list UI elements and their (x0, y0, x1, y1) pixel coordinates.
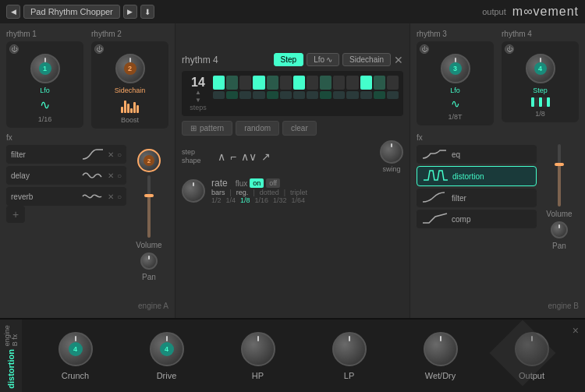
rhythm4-power[interactable]: ⏻ (505, 44, 514, 54)
slider-thumb-right (555, 163, 564, 166)
swing-knob[interactable] (380, 140, 403, 164)
step-1-1[interactable] (213, 76, 225, 90)
step-1-12[interactable] (360, 76, 372, 90)
r4-tabs: Step Lfo ∿ Sidechain ✕ (274, 53, 403, 66)
hp-indicator (257, 336, 259, 341)
step-1-10[interactable] (333, 76, 345, 90)
step-1-6[interactable] (280, 76, 292, 90)
steps-up[interactable]: ▲ (195, 90, 201, 96)
rate-1-32[interactable]: 1/32 (273, 196, 287, 204)
pattern-btn[interactable]: ⊞ pattern (182, 121, 232, 136)
fx-filter-power[interactable]: ○ (117, 150, 122, 159)
drive-knob[interactable]: 4 (150, 332, 184, 366)
fx-reverb-close[interactable]: ✕ (108, 192, 114, 201)
wetdry-knob[interactable] (424, 332, 458, 366)
vol-pan-section: 2 Volume Pan (129, 133, 168, 295)
step-1-13[interactable] (374, 76, 385, 90)
step-2-11[interactable] (346, 91, 358, 99)
fx-comp[interactable]: comp (417, 210, 537, 228)
rate-1-16[interactable]: 1/16 (255, 196, 269, 204)
step-1-2[interactable] (226, 76, 238, 90)
step-1-8[interactable] (307, 76, 318, 90)
step-1-7[interactable] (293, 76, 305, 90)
tab-sidechain[interactable]: Sidechain (342, 53, 391, 66)
step-2-1[interactable] (213, 91, 225, 99)
shape-ramp-down[interactable]: ↗ (261, 150, 271, 163)
step-1-11[interactable] (346, 76, 358, 90)
step-2-10[interactable] (333, 91, 345, 99)
pan-knob-right[interactable] (551, 221, 568, 238)
rate-dotted[interactable]: dotted (260, 189, 279, 196)
shape-ramp-up[interactable]: ∧ (218, 150, 225, 163)
fx-delay-power[interactable]: ○ (117, 171, 122, 180)
rhythm3-type: Lfo (450, 87, 460, 94)
rate-reg[interactable]: reg. (236, 189, 249, 196)
fx-add-btn[interactable]: + (6, 206, 25, 223)
random-btn[interactable]: random (236, 121, 279, 136)
save-btn[interactable]: ⬇ (140, 5, 154, 19)
rhythm3-power[interactable]: ⏻ (420, 44, 429, 54)
step-2-9[interactable] (320, 91, 332, 99)
steps-down[interactable]: ▼ (195, 97, 201, 104)
step-1-9[interactable] (320, 76, 332, 90)
fx-filter-right[interactable]: filter (417, 189, 537, 207)
rate-knob[interactable] (182, 179, 205, 203)
rate-1-8[interactable]: 1/8 (240, 196, 250, 204)
volume-slider-track-right[interactable] (558, 144, 561, 207)
bottom-close-btn[interactable]: × (573, 324, 579, 337)
rhythm1-power[interactable]: ⏻ (9, 44, 19, 54)
step-2-7[interactable] (293, 91, 305, 99)
lp-knob[interactable] (332, 332, 367, 366)
fx-item-reverb[interactable]: reverb ✕ ○ (6, 187, 126, 206)
flux-off-btn[interactable]: off (266, 178, 280, 188)
rate-1-64[interactable]: 1/64 (292, 196, 306, 204)
rate-row: rate flux on off bars | reg. | dotted (182, 178, 403, 204)
rhythm2-subtype: Boost (121, 116, 139, 124)
volume-slider-track-left[interactable] (147, 175, 151, 238)
step-2-8[interactable] (307, 91, 318, 99)
clear-btn[interactable]: clear (282, 121, 317, 136)
nav-forward-btn[interactable]: ▶ (123, 5, 137, 19)
fx-reverb-power[interactable]: ○ (117, 192, 122, 201)
fx-item-delay[interactable]: delay ✕ ○ (6, 166, 126, 185)
rhythm2-knob[interactable]: 2 (115, 54, 145, 83)
rhythm3-knob[interactable]: 3 (441, 54, 470, 83)
r4-close-btn[interactable]: ✕ (394, 54, 403, 66)
fx-delay-close[interactable]: ✕ (108, 171, 114, 180)
rhythm2-power[interactable]: ⏻ (94, 44, 104, 54)
step-2-12[interactable] (360, 91, 372, 99)
tab-step[interactable]: Step (274, 53, 304, 66)
shape-square[interactable]: ⌐ (230, 150, 236, 163)
shape-triangle[interactable]: ∧∨ (241, 150, 257, 163)
step-2-4[interactable] (253, 91, 264, 99)
step-2-3[interactable] (239, 91, 251, 99)
volume-knob-left[interactable]: 2 (137, 149, 161, 172)
step-1-5[interactable] (267, 76, 278, 90)
flux-on-btn[interactable]: on (250, 178, 264, 188)
rate-triplet[interactable]: triplet (290, 189, 307, 196)
step-2-14[interactable] (387, 91, 399, 99)
hp-knob[interactable] (241, 332, 275, 366)
rate-1-4[interactable]: 1/4 (226, 196, 236, 204)
fx-distortion[interactable]: distortion (417, 166, 537, 186)
step-2-6[interactable] (280, 91, 292, 99)
step-1-3[interactable] (239, 76, 251, 90)
rhythm4-knob[interactable]: 4 (526, 54, 555, 83)
step-2-2[interactable] (226, 91, 238, 99)
nav-back-btn[interactable]: ◀ (6, 5, 20, 19)
tab-lfo[interactable]: Lfo ∿ (307, 53, 339, 66)
step-1-14[interactable] (387, 76, 399, 90)
crunch-knob-num: 4 (69, 342, 83, 356)
rate-bars[interactable]: bars (211, 189, 225, 196)
step-1-4[interactable] (253, 76, 264, 90)
pan-knob-left[interactable] (140, 253, 158, 270)
rate-1-2[interactable]: 1/2 (211, 196, 222, 204)
crunch-knob[interactable]: 4 (58, 332, 93, 366)
step-2-5[interactable] (267, 91, 278, 99)
fx-eq[interactable]: eq (417, 145, 537, 164)
fx-filter-close[interactable]: ✕ (108, 150, 114, 159)
fx-item-filter[interactable]: filter ✕ ○ (6, 145, 126, 164)
rhythm1-knob[interactable]: 1 (30, 54, 60, 83)
fx-reverb-controls: ✕ ○ (81, 190, 122, 203)
step-2-13[interactable] (374, 91, 385, 99)
